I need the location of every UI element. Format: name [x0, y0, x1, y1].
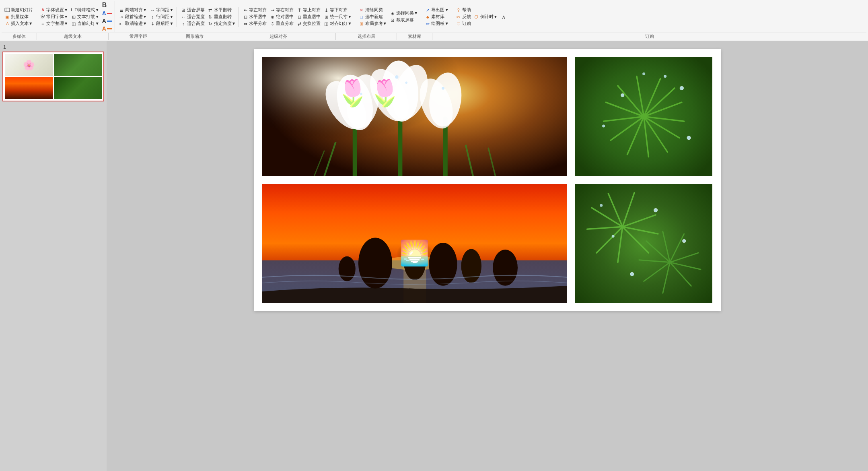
select-new-button[interactable]: □ 选中新建: [358, 14, 388, 20]
align-bottom-icon: ⤓: [323, 7, 329, 13]
align-both-button[interactable]: ≣ 两端对齐▼: [117, 7, 148, 13]
supertext-col1: Ａ 字体设置▼ 宋 常用字体▼ ≡ 文字整理▼: [39, 7, 69, 27]
image-green-top[interactable]: [575, 57, 712, 176]
select-same-button[interactable]: ◈ 选择同类▼: [389, 10, 419, 17]
para-after-button[interactable]: ⇣ 段后距▼: [148, 21, 175, 27]
text-punch-label: 文本打散▼: [77, 14, 99, 20]
h-flip-button[interactable]: ⇄ 水平翻转: [206, 7, 237, 13]
align-col1: ⇤ 靠左对齐 ⊟ 水平居中 ⇔ 水平分布: [241, 7, 268, 27]
fit-screen-button[interactable]: ⊞ 适合屏幕: [179, 7, 206, 13]
batch-media-button[interactable]: ▣ 批量媒体: [3, 14, 34, 20]
color-a2-label: A: [102, 18, 106, 24]
toolbar: 新建幻灯片 ▣ 批量媒体 Ａ 插入文本▼ Ａ 字体设置▼: [0, 0, 868, 41]
slide-panel: 1: [0, 41, 107, 471]
h-center-icon: ⊟: [243, 14, 248, 20]
font-icon: Ａ: [40, 7, 45, 13]
image-sunset[interactable]: [262, 184, 568, 303]
layout-ref-button[interactable]: ⊞ 布局参考▼: [358, 21, 388, 27]
group-supertext: Ａ 字体设置▼ 宋 常用字体▼ ≡ 文字整理▼ ＩＴ 特殊格式▼ ⊞: [37, 1, 115, 32]
v-flip-icon: ⇅: [208, 14, 213, 20]
color-a3-bar: [107, 28, 112, 29]
v-flip-button[interactable]: ⇅ 垂直翻转: [206, 14, 237, 20]
svg-point-51: [403, 240, 426, 280]
swap-pos-label: 交换位置: [303, 21, 321, 27]
bold-button[interactable]: B: [101, 1, 113, 9]
color-a2-button[interactable]: A: [101, 17, 113, 25]
layout-col2: ◈ 选择同类▼ ⊡ 截取屏幕: [389, 10, 419, 23]
char-space-button[interactable]: ↔ 字间距▼: [148, 7, 175, 13]
current-slide-button[interactable]: ◫ 当前幻灯▼: [70, 21, 100, 27]
group-scale: ⊞ 适合屏幕 ↔ 适合宽度 ↕ 适合高度 ⇄ 水平翻转 ⇅: [178, 7, 239, 27]
fit-height-button[interactable]: ↕ 适合高度: [179, 21, 206, 27]
color-a3-button[interactable]: A: [101, 25, 113, 32]
char-space-icon: ↔: [150, 7, 155, 13]
color-a1-button[interactable]: A: [101, 10, 113, 17]
insert-text-button[interactable]: Ａ 插入文本▼: [3, 21, 34, 27]
abs-center-button[interactable]: ⊕ 绝对居中: [268, 14, 295, 20]
export-img-button[interactable]: ↗ 导出图▼: [424, 7, 450, 13]
align-right-button[interactable]: ⇥ 靠右对齐: [268, 7, 295, 13]
insert-text-label: 插入文本▼: [11, 21, 33, 27]
clear-same-button[interactable]: ✕ 清除同类: [358, 7, 388, 13]
label-spacing: 常用字距: [109, 33, 168, 40]
clear-same-label: 清除同类: [365, 7, 383, 13]
group-layout: ✕ 清除同类 □ 选中新建 ⊞ 布局参考▼ ◈ 选择同类▼ ⊡: [356, 7, 422, 27]
text-punch-button[interactable]: ⊞ 文本打散▼: [70, 14, 100, 20]
h-center-button[interactable]: ⊟ 水平居中: [241, 14, 268, 20]
svg-point-16: [360, 93, 362, 95]
para-indent-label: 段首缩进▼: [125, 14, 147, 20]
material-button[interactable]: ♣ 素材库: [424, 14, 450, 20]
color-a1-label: A: [102, 10, 106, 17]
h-distribute-button[interactable]: ⇔ 水平分布: [241, 21, 268, 27]
draw-board-button[interactable]: ✏ 绘图板▼: [424, 21, 450, 27]
fit-screen-label: 适合屏幕: [187, 7, 205, 13]
new-slide-button[interactable]: 新建幻灯片: [3, 7, 34, 13]
group-label-bar: 多媒体 超级文本 常用字距 图形缩放 超级对齐 选择布局 素材库 订购: [2, 33, 866, 40]
align-both-label: 两端对齐▼: [125, 7, 147, 13]
align-left-button[interactable]: ⇤ 靠左对齐: [241, 7, 268, 13]
slide-number: 1: [2, 44, 104, 50]
screenshot-button[interactable]: ⊡ 截取屏幕: [389, 17, 419, 23]
slide-thumbnail[interactable]: [2, 52, 104, 101]
image-green-bottom[interactable]: [575, 184, 712, 303]
align-bottom-button[interactable]: ⤓ 靠下对齐: [322, 7, 353, 13]
layout-col1: ✕ 清除同类 □ 选中新建 ⊞ 布局参考▼: [358, 7, 388, 27]
text-arrange-button[interactable]: ≡ 文字整理▼: [39, 21, 69, 27]
align-slide-button[interactable]: ◫ 对齐幻灯▼: [322, 21, 353, 27]
help-button[interactable]: ? 帮助: [455, 7, 472, 13]
svg-point-79: [600, 204, 603, 207]
collapse-button[interactable]: ∧: [499, 13, 508, 21]
help-icon: ?: [456, 7, 461, 13]
fit-screen-icon: ⊞: [181, 7, 186, 13]
cancel-indent-button[interactable]: ⇤ 取消缩进▼: [117, 21, 148, 27]
fit-height-icon: ↕: [181, 21, 186, 27]
select-new-icon: □: [359, 14, 364, 20]
green-bottom-svg: [575, 184, 712, 303]
align-top-button[interactable]: ⤒ 靠上对齐: [295, 7, 322, 13]
feedback-button[interactable]: ✉ 反馈: [455, 14, 472, 20]
align-top-icon: ⤒: [296, 7, 302, 13]
font-set-button[interactable]: Ａ 字体设置▼: [39, 7, 69, 13]
line-space-button[interactable]: ↕ 行间距▼: [148, 14, 175, 20]
v-center-button[interactable]: ⊟ 垂直居中: [295, 14, 322, 20]
image-flowers-main[interactable]: [262, 57, 568, 176]
v-distribute-label: 垂直分布: [276, 21, 294, 27]
multimedia-col: 新建幻灯片 ▣ 批量媒体 Ａ 插入文本▼: [3, 7, 34, 27]
swap-pos-button[interactable]: ⇄ 交换位置: [295, 21, 322, 27]
align-slide-icon: ◫: [323, 21, 329, 27]
countdown-button[interactable]: ⏱ 倒计时▼: [473, 14, 499, 20]
rotate-angle-button[interactable]: ↻ 指定角度▼: [206, 21, 237, 27]
fit-width-button[interactable]: ↔ 适合宽度: [179, 14, 206, 20]
group-material: ↗ 导出图▼ ♣ 素材库 ✏ 绘图板▼: [422, 7, 452, 27]
align-left-icon: ⇤: [243, 7, 248, 13]
common-font-button[interactable]: 宋 常用字体▼: [39, 14, 69, 20]
unify-size-button[interactable]: ⊞ 统一尺寸▼: [322, 14, 353, 20]
subscribe-btn[interactable]: ♡ 订购: [455, 21, 472, 27]
special-format-button[interactable]: ＩＴ 特殊格式▼: [70, 7, 100, 13]
layout-icon: ⊞: [359, 21, 364, 27]
thumb-green-top: [54, 54, 102, 76]
v-distribute-button[interactable]: ⇕ 垂直分布: [268, 21, 295, 27]
para-indent-button[interactable]: ⇥ 段首缩进▼: [117, 14, 148, 20]
svg-point-77: [683, 239, 686, 242]
svg-point-18: [405, 81, 407, 84]
